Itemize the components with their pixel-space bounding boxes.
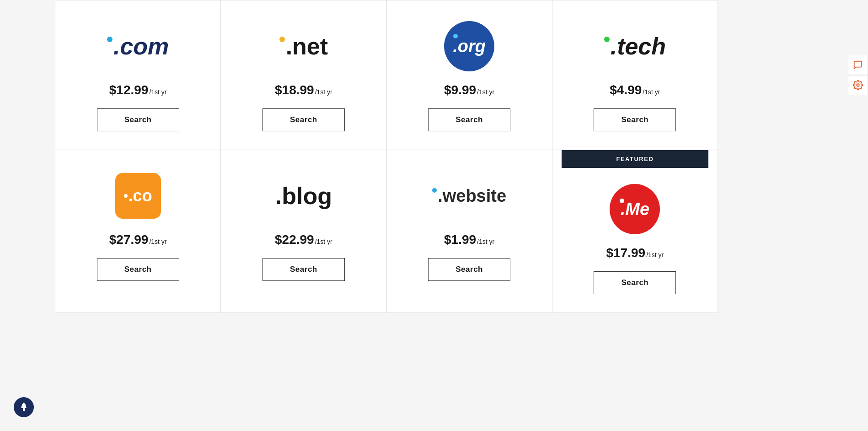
com-price: $12.99 [109, 83, 149, 97]
org-search-button[interactable]: Search [428, 108, 510, 131]
net-price: $18.99 [275, 83, 314, 97]
com-search-button[interactable]: Search [97, 108, 179, 131]
tech-logo: .tech [604, 32, 666, 60]
org-price: $9.99 [444, 83, 476, 97]
blog-price: $22.99 [275, 232, 314, 247]
com-price-per: /1st yr [149, 88, 166, 96]
com-text: .com [113, 32, 169, 60]
blog-logo-area: .blog [275, 168, 332, 223]
tech-text: .tech [611, 32, 666, 60]
net-dot [279, 37, 285, 42]
website-logo-area: .website [432, 168, 506, 223]
co-text: .co [124, 186, 152, 205]
blog-search-button[interactable]: Search [263, 258, 345, 281]
me-search-button[interactable]: Search [594, 271, 676, 294]
org-price-per: /1st yr [477, 88, 494, 96]
co-price-row: $27.99 /1st yr [109, 232, 167, 247]
domain-card-website: .website $1.99 /1st yr Search [387, 150, 552, 313]
tech-price-row: $4.99 /1st yr [610, 83, 660, 97]
domain-grid: .com $12.99 /1st yr Search .net $18.99 /… [55, 0, 718, 313]
website-price-row: $1.99 /1st yr [444, 232, 494, 247]
org-price-row: $9.99 /1st yr [444, 83, 494, 97]
net-search-button[interactable]: Search [263, 108, 345, 131]
tech-price: $4.99 [610, 83, 642, 97]
net-price-per: /1st yr [315, 88, 332, 96]
domain-card-me: FEATURED .Me $17.99 /1st yr Search [552, 150, 718, 313]
net-logo: .net [279, 32, 328, 60]
me-logo-area: .Me [610, 182, 660, 237]
website-price: $1.99 [444, 232, 476, 247]
domain-card-net: .net $18.99 /1st yr Search [221, 0, 386, 150]
domain-card-tech: .tech $4.99 /1st yr Search [552, 0, 718, 150]
website-dot [432, 188, 437, 193]
org-logo: .org [444, 21, 494, 71]
me-price: $17.99 [606, 246, 645, 260]
me-logo: .Me [610, 184, 660, 234]
com-dot [107, 37, 113, 42]
co-logo-area: .co [115, 168, 161, 223]
website-logo: .website [432, 186, 506, 206]
side-widget [848, 55, 868, 95]
domain-card-org: .org $9.99 /1st yr Search [387, 0, 552, 150]
me-text: .Me [621, 199, 649, 219]
blog-logo: .blog [275, 182, 332, 210]
co-dot [124, 194, 128, 198]
co-logo: .co [115, 173, 161, 219]
co-search-button[interactable]: Search [97, 258, 179, 281]
org-text: .org [453, 37, 486, 56]
featured-banner: FEATURED [562, 150, 708, 168]
chat-button[interactable] [848, 55, 868, 75]
blog-price-row: $22.99 /1st yr [275, 232, 332, 247]
blog-price-per: /1st yr [315, 238, 332, 245]
domain-card-blog: .blog $22.99 /1st yr Search [221, 150, 386, 313]
tech-price-per: /1st yr [643, 88, 660, 96]
com-logo: .com [107, 32, 169, 60]
me-price-row: $17.99 /1st yr [606, 246, 664, 260]
website-search-button[interactable]: Search [428, 258, 510, 281]
domain-card-com: .com $12.99 /1st yr Search [55, 0, 221, 150]
accessibility-button[interactable] [14, 397, 34, 417]
domain-card-co: .co $27.99 /1st yr Search [55, 150, 221, 313]
settings-button[interactable] [848, 75, 868, 95]
website-text: .website [438, 186, 506, 206]
com-logo-area: .com [107, 19, 169, 74]
net-price-row: $18.99 /1st yr [275, 83, 332, 97]
org-logo-area: .org [444, 19, 494, 74]
tech-search-button[interactable]: Search [594, 108, 676, 131]
tech-dot [604, 37, 610, 42]
me-price-per: /1st yr [646, 251, 664, 259]
com-price-row: $12.99 /1st yr [109, 83, 167, 97]
net-logo-area: .net [279, 19, 328, 74]
svg-point-0 [857, 84, 859, 86]
website-price-per: /1st yr [477, 238, 494, 245]
net-text: .net [286, 32, 328, 60]
main-container: .com $12.99 /1st yr Search .net $18.99 /… [55, 0, 718, 313]
co-price-per: /1st yr [149, 238, 166, 245]
tech-logo-area: .tech [604, 19, 666, 74]
co-price: $27.99 [109, 232, 149, 247]
